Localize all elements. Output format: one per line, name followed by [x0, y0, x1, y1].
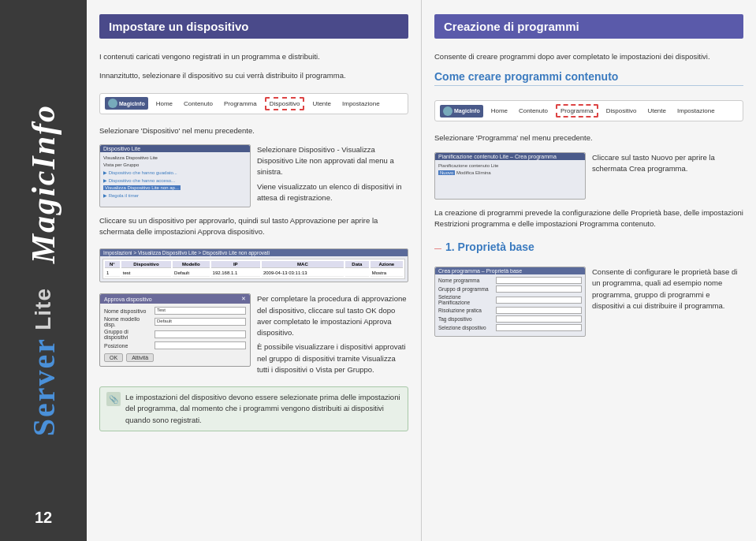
- right-intro: Consente di creare programmi dopo aver c…: [434, 51, 743, 62]
- prop-label-3: Selezione Pianificazione: [438, 294, 493, 305]
- field-input-2[interactable]: Default: [155, 318, 246, 326]
- approval-screen-content: N°DispositivoModelloIPMACDataAzione 1 te…: [100, 256, 408, 282]
- col-date: Data: [345, 261, 369, 268]
- logo-text: MagicInfo: [119, 101, 145, 106]
- field-input-1[interactable]: Test: [155, 307, 246, 315]
- note-box: 📎 Le impostazioni del dispositivo devono…: [99, 386, 408, 431]
- step2-desc: Consente di configurare le proprietà bas…: [592, 267, 743, 312]
- field-label-3: Gruppo di dispositivi: [104, 329, 151, 340]
- field-label-1: Nome dispositivo: [104, 308, 151, 314]
- properties-panel-container: Crea programma – Proprietà base Nome pro…: [434, 267, 586, 337]
- prop-input-2[interactable]: [496, 285, 582, 293]
- device-list-screenshot: Dispositivo Lite Visualizza Dispositivo …: [99, 144, 251, 207]
- right-section-header: Creazione di programmi: [434, 14, 743, 39]
- col-action: Azione: [371, 261, 403, 268]
- right-step1-instruction: Cliccare sul tasto Nuovo per aprire la s…: [592, 152, 743, 200]
- field-label-2: Nome modello disp.: [104, 316, 151, 327]
- right-logo-icon: [443, 106, 452, 116]
- left-nav-bar: MagicInfo Home Contenuto Programma Dispo…: [99, 93, 408, 114]
- prop-label-2: Gruppo di programma: [438, 286, 493, 292]
- properties-heading-row: — 1. Proprietà base: [434, 241, 743, 256]
- step2-text: Cliccare su un dispositivo per approvarl…: [99, 215, 408, 238]
- cell-mac: 2009-04-13 03:11:13: [262, 270, 344, 277]
- prop-input-1[interactable]: [496, 277, 582, 284]
- left-intro-2: Innanzitutto, selezionare il dispositivo…: [99, 70, 408, 81]
- dialog-title: Approva dispositivo ✕: [100, 294, 250, 304]
- prop-label-6: Selezione dispositivo: [438, 325, 493, 330]
- nav-contenuto: Contenuto: [181, 99, 216, 109]
- approval-screen-title: Impostazioni > Visualizza Dispositivo Li…: [100, 249, 408, 256]
- right-select-instruction: Selezionare 'Programma' nel menu precede…: [434, 132, 743, 144]
- right-programma-screen: Pianificazione contenuto Lite – Crea pro…: [434, 152, 586, 200]
- right-step1-screenshot: Pianificazione contenuto Lite – Crea pro…: [434, 152, 586, 200]
- field-input-4[interactable]: [155, 341, 246, 349]
- prop-field-6: Selezione dispositivo: [438, 324, 582, 331]
- dialog-activita-button[interactable]: Attività: [126, 353, 154, 362]
- cell-number: 1: [105, 270, 120, 277]
- right-nav-programma-active: Programma: [556, 104, 598, 118]
- step3-text: Per completare la procedura di approvazi…: [257, 293, 408, 338]
- table-row: 1 test Default 192.168.1.1 2009-04-13 03…: [105, 270, 403, 277]
- prop-input-4[interactable]: [496, 307, 582, 314]
- edition-text: Server: [25, 338, 62, 436]
- properties-description: Consente di configurare le proprietà bas…: [592, 267, 743, 337]
- right-nav-dispositivo: Dispositivo: [603, 106, 640, 116]
- right-logo: MagicInfo: [440, 105, 483, 118]
- right-nav-utente: Utente: [644, 106, 669, 116]
- step1-detail: Viene visualizzato un elenco di disposit…: [257, 181, 408, 204]
- properties-section: Crea programma – Proprietà base Nome pro…: [434, 267, 743, 337]
- device-list-title: Dispositivo Lite: [100, 145, 250, 152]
- note-text: Le impostazioni del dispositivo devono e…: [125, 392, 401, 426]
- page-number: 12: [35, 509, 52, 527]
- prop-input-5[interactable]: [496, 315, 582, 323]
- right-nav-bar: MagicInfo Home Contenuto Programma Dispo…: [434, 100, 743, 121]
- right-logo-text: MagicInfo: [454, 108, 480, 114]
- dialog-buttons: OK Attività: [104, 353, 246, 362]
- nav-impostazione: Impostazione: [339, 99, 383, 109]
- prop-label-1: Nome programma: [438, 278, 493, 283]
- field-label-4: Posizione: [104, 343, 151, 349]
- cell-action: Mostra: [371, 270, 403, 277]
- approval-screen: Impostazioni > Visualizza Dispositivo Li…: [99, 248, 408, 282]
- right-step1-section: Pianificazione contenuto Lite – Crea pro…: [434, 152, 743, 200]
- product-text: Lite: [31, 288, 56, 330]
- prop-field-4: Risoluzione pratica: [438, 307, 582, 314]
- right-nav-contenuto: Contenuto: [516, 106, 551, 116]
- cell-name: test: [121, 270, 171, 277]
- dialog-title-text: Approva dispositivo: [104, 297, 152, 302]
- right-screen-title: Pianificazione contenuto Lite – Crea pro…: [435, 153, 585, 160]
- cell-ip: 192.168.1.1: [211, 270, 260, 277]
- cell-model: Default: [173, 270, 210, 277]
- col-number: N°: [105, 261, 120, 268]
- prop-input-3[interactable]: [496, 297, 582, 304]
- col-ip: IP: [211, 261, 260, 268]
- device-section: Dispositivo Lite Visualizza Dispositivo …: [99, 144, 408, 207]
- right-step1-text: Cliccare sul tasto Nuovo per aprire la s…: [592, 152, 743, 175]
- step3-text-container: Per completare la procedura di approvazi…: [257, 293, 408, 375]
- prop-field-5: Tag dispositivo: [438, 315, 582, 323]
- dialog-ok-button[interactable]: OK: [104, 353, 123, 362]
- left-panel: Impostare un dispositivo I contenuti car…: [87, 0, 422, 541]
- step1-title: Selezionare Dispositivo - Visualizza Dis…: [257, 144, 408, 178]
- nav-utente: Utente: [309, 99, 334, 109]
- device-instructions: Selezionare Dispositivo - Visualizza Dis…: [257, 144, 408, 207]
- right-screen-content: Pianificazione contenuto Lite Nuovo Modi…: [438, 162, 582, 177]
- main-content: Impostare un dispositivo I contenuti car…: [87, 0, 756, 541]
- prop-field-2: Gruppo di programma: [438, 285, 582, 293]
- properties-panel: Crea programma – Proprietà base Nome pro…: [434, 267, 586, 337]
- right-nav-impostazione: Impostazione: [674, 106, 718, 116]
- prop-field-3: Selezione Pianificazione: [438, 294, 582, 305]
- left-section-header: Impostare un dispositivo: [99, 14, 408, 39]
- nav-programma: Programma: [221, 99, 260, 109]
- brand-text: MagicInfo: [27, 104, 60, 263]
- prop-input-6[interactable]: [496, 324, 582, 331]
- prop-field-1: Nome programma: [438, 277, 582, 284]
- dialog-section: Approva dispositivo ✕ Nome dispositivo T…: [99, 293, 408, 375]
- dialog-field-4: Posizione: [104, 341, 246, 349]
- device-list-mock: Dispositivo Lite Visualizza Dispositivo …: [99, 144, 251, 207]
- col-model: Modello: [173, 261, 210, 268]
- col-name: Dispositivo: [121, 261, 171, 268]
- nav-home: Home: [153, 99, 176, 109]
- field-input-3[interactable]: [155, 330, 246, 338]
- left-logo: MagicInfo: [105, 97, 148, 110]
